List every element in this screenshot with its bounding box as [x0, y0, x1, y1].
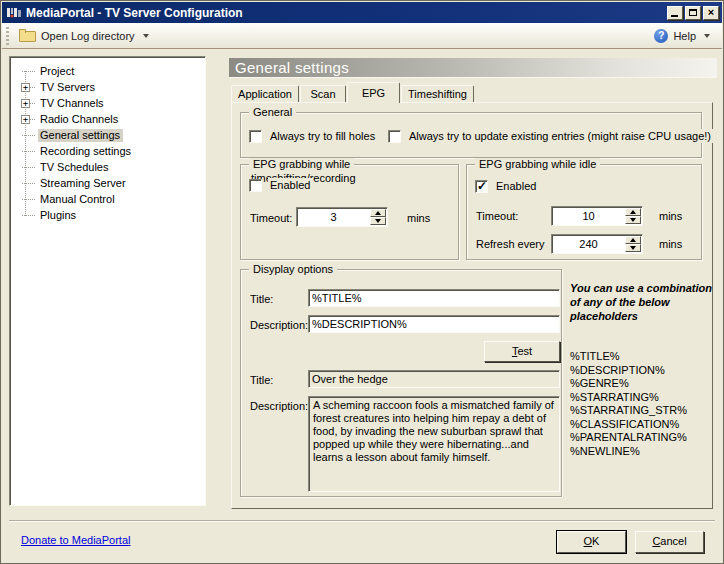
toolbar: Open Log directory ? Help: [2, 23, 722, 49]
expand-plus-icon[interactable]: [21, 99, 30, 108]
placeholder-item: %DESCRIPTION%: [570, 364, 687, 378]
idle-timeout-units: mins: [659, 210, 682, 222]
epg-idle-group: EPG grabbing while idle Enabled Timeout:…: [466, 164, 702, 260]
title-input[interactable]: [309, 290, 559, 306]
fill-holes-checkbox[interactable]: [249, 130, 262, 143]
tree-item-plugins[interactable]: Plugins: [12, 208, 203, 224]
donate-link[interactable]: Donate to MediaPortal: [21, 534, 130, 546]
spin-down-icon[interactable]: [625, 244, 641, 252]
idle-refresh-label: Refresh every: [476, 238, 544, 250]
title-textbox[interactable]: [308, 289, 560, 307]
app-icon: [6, 6, 22, 20]
help-label: Help: [673, 30, 696, 42]
tab-application[interactable]: Application: [231, 85, 299, 103]
idle-refresh-units: mins: [659, 238, 682, 250]
recording-timeout-spinner[interactable]: [296, 207, 388, 227]
toolbar-grip[interactable]: [6, 27, 9, 45]
placeholder-item: %STARRATING_STR%: [570, 404, 687, 418]
title-bar[interactable]: MediaPortal - TV Server Configuration ×: [2, 2, 722, 23]
preview-description-label: Description:: [250, 400, 308, 412]
spin-down-icon[interactable]: [625, 216, 641, 224]
chevron-down-icon: [704, 34, 710, 38]
general-group: General Always try to fill holes Always …: [240, 112, 702, 158]
title-field-label: Title:: [250, 293, 273, 305]
close-button[interactable]: ×: [703, 6, 719, 20]
epg-tab-page: General Always try to fill holes Always …: [231, 102, 713, 509]
maximize-button[interactable]: [685, 6, 701, 20]
idle-timeout-input[interactable]: [552, 207, 625, 225]
tab-timeshifting[interactable]: Timeshifting: [401, 85, 474, 103]
navigation-tree: Project TV Servers TV Channels Radio Cha…: [9, 56, 206, 506]
window-title: MediaPortal - TV Server Configuration: [26, 6, 665, 20]
placeholder-item: %STARRATING%: [570, 391, 687, 405]
preview-title-field[interactable]: [308, 370, 560, 388]
test-button[interactable]: Test: [484, 341, 560, 362]
idle-timeout-spinner[interactable]: [551, 206, 643, 226]
tab-scan[interactable]: Scan: [300, 85, 346, 103]
description-textbox[interactable]: [308, 315, 560, 333]
idle-enabled-checkbox[interactable]: [475, 180, 488, 193]
update-entries-checkbox[interactable]: [388, 130, 401, 143]
placeholder-item: %PARENTALRATING%: [570, 431, 687, 445]
minimize-button[interactable]: [667, 6, 683, 20]
idle-enabled-checkbox-row[interactable]: Enabled: [475, 179, 538, 193]
tree-item-manual-control[interactable]: Manual Control: [12, 192, 203, 208]
recording-timeout-units: mins: [407, 212, 430, 224]
help-icon: ?: [654, 29, 668, 43]
tree-item-tv-servers[interactable]: TV Servers: [12, 80, 203, 96]
recording-timeout-label: Timeout:: [250, 212, 292, 224]
tree-item-radio-channels[interactable]: Radio Channels: [12, 112, 203, 128]
open-log-directory-label: Open Log directory: [41, 30, 135, 42]
footer-divider: [9, 520, 715, 522]
display-options-group: Disyplay options Title: Description: Tes…: [240, 269, 562, 497]
page-title: General settings: [229, 58, 717, 78]
recording-enabled-checkbox[interactable]: [249, 179, 262, 192]
epg-recording-group: EPG grabbing while timeshifting/recordin…: [240, 164, 459, 260]
placeholders-list: %TITLE% %DESCRIPTION% %GENRE% %STARRATIN…: [570, 350, 687, 458]
recording-timeout-input[interactable]: [297, 208, 370, 226]
tab-epg[interactable]: EPG: [347, 82, 400, 103]
app-window: MediaPortal - TV Server Configuration × …: [0, 0, 724, 564]
epg-recording-group-title: EPG grabbing while: [249, 158, 354, 170]
description-field-label: Description:: [250, 319, 308, 331]
tree-item-streaming-server[interactable]: Streaming Server: [12, 176, 203, 192]
display-options-group-title: Disyplay options: [249, 263, 337, 275]
epg-idle-group-title: EPG grabbing while idle: [475, 158, 600, 170]
minimize-icon: [671, 15, 678, 17]
expand-plus-icon[interactable]: [21, 115, 30, 124]
expand-plus-icon[interactable]: [21, 83, 30, 92]
spin-down-icon[interactable]: [370, 217, 386, 225]
tree-item-tv-schedules[interactable]: TV Schedules: [12, 160, 203, 176]
maximize-icon: [689, 9, 697, 16]
idle-refresh-spinner[interactable]: [551, 234, 643, 254]
ok-button[interactable]: OK: [557, 531, 626, 553]
spin-up-icon[interactable]: [625, 236, 641, 244]
tree-item-general-settings[interactable]: General settings: [12, 128, 203, 144]
preview-title-value[interactable]: [309, 371, 559, 387]
update-entries-label: Always try to update existing entries (m…: [407, 129, 713, 143]
placeholder-item: %CLASSIFICATION%: [570, 418, 687, 432]
recording-enabled-label: Enabled: [268, 178, 312, 192]
tree-item-project[interactable]: Project: [12, 64, 203, 80]
recording-enabled-checkbox-row[interactable]: Enabled: [249, 178, 312, 192]
fill-holes-checkbox-row[interactable]: Always try to fill holes: [249, 129, 377, 143]
folder-icon: [19, 29, 36, 42]
general-group-title: General: [249, 106, 296, 118]
close-icon: ×: [708, 7, 714, 18]
help-button[interactable]: ? Help: [650, 27, 714, 45]
spin-up-icon[interactable]: [625, 208, 641, 216]
preview-title-label: Title:: [250, 374, 273, 386]
chevron-down-icon: [143, 34, 149, 38]
open-log-directory-button[interactable]: Open Log directory: [15, 27, 153, 44]
cancel-button[interactable]: Cancel: [635, 531, 704, 553]
placeholders-hint: You can use a combination of any of the …: [570, 281, 720, 323]
preview-description-field[interactable]: A scheming raccoon fools a mismatched fa…: [308, 396, 560, 492]
placeholder-item: %NEWLINE%: [570, 445, 687, 459]
update-entries-checkbox-row[interactable]: Always try to update existing entries (m…: [388, 129, 713, 143]
description-input[interactable]: [309, 316, 559, 332]
spin-up-icon[interactable]: [370, 209, 386, 217]
tree-item-recording-settings[interactable]: Recording settings: [12, 144, 203, 160]
fill-holes-label: Always try to fill holes: [268, 129, 377, 143]
idle-refresh-input[interactable]: [552, 235, 625, 253]
tree-item-tv-channels[interactable]: TV Channels: [12, 96, 203, 112]
